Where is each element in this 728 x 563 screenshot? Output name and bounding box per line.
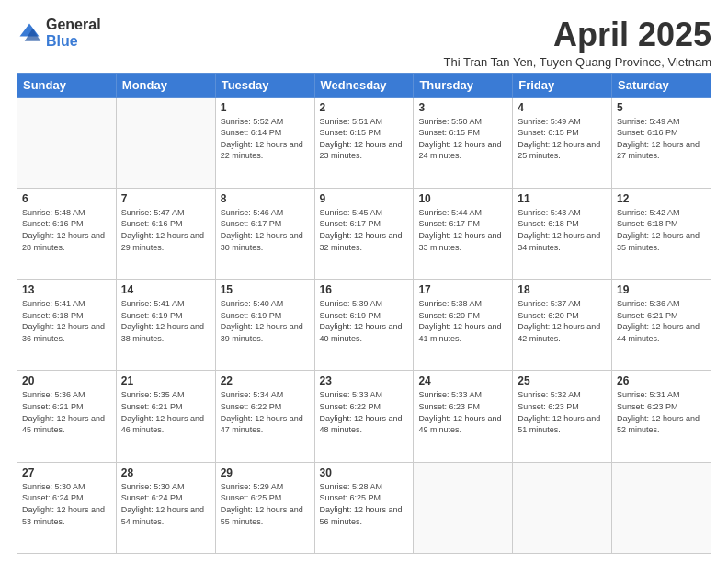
day-number: 28 — [121, 466, 210, 479]
col-friday: Friday — [513, 73, 612, 97]
day-number: 22 — [221, 374, 310, 387]
table-row: 12Sunrise: 5:42 AMSunset: 6:18 PMDayligh… — [612, 188, 711, 279]
day-number: 14 — [121, 283, 210, 296]
day-number: 26 — [617, 374, 706, 387]
day-number: 11 — [518, 192, 607, 205]
table-row: 5Sunrise: 5:49 AMSunset: 6:16 PMDaylight… — [612, 97, 711, 188]
day-info: Sunrise: 5:38 AMSunset: 6:20 PMDaylight:… — [418, 298, 507, 344]
calendar-week-row: 6Sunrise: 5:48 AMSunset: 6:16 PMDaylight… — [17, 188, 711, 279]
day-number: 12 — [617, 192, 706, 205]
day-info: Sunrise: 5:33 AMSunset: 6:22 PMDaylight:… — [320, 389, 409, 435]
table-row: 17Sunrise: 5:38 AMSunset: 6:20 PMDayligh… — [414, 280, 513, 371]
day-info: Sunrise: 5:30 AMSunset: 6:24 PMDaylight:… — [22, 481, 111, 527]
table-row: 23Sunrise: 5:33 AMSunset: 6:22 PMDayligh… — [314, 371, 414, 462]
calendar-header-row: Sunday Monday Tuesday Wednesday Thursday… — [17, 73, 711, 97]
day-info: Sunrise: 5:41 AMSunset: 6:18 PMDaylight:… — [22, 298, 111, 344]
day-number: 20 — [22, 374, 111, 387]
day-info: Sunrise: 5:35 AMSunset: 6:21 PMDaylight:… — [121, 389, 210, 435]
page: General Blue April 2025 Thi Tran Tan Yen… — [0, 0, 728, 563]
table-row: 22Sunrise: 5:34 AMSunset: 6:22 PMDayligh… — [215, 371, 314, 462]
title-block: April 2025 Thi Tran Tan Yen, Tuyen Quang… — [444, 17, 711, 69]
day-info: Sunrise: 5:33 AMSunset: 6:23 PMDaylight:… — [418, 389, 507, 435]
day-info: Sunrise: 5:51 AMSunset: 6:15 PMDaylight:… — [320, 116, 409, 162]
col-thursday: Thursday — [414, 73, 513, 97]
day-number: 6 — [22, 192, 111, 205]
col-saturday: Saturday — [612, 73, 711, 97]
table-row — [612, 462, 711, 553]
table-row: 9Sunrise: 5:45 AMSunset: 6:17 PMDaylight… — [314, 188, 414, 279]
logo: General Blue — [17, 17, 101, 49]
day-info: Sunrise: 5:41 AMSunset: 6:19 PMDaylight:… — [121, 298, 210, 344]
day-info: Sunrise: 5:48 AMSunset: 6:16 PMDaylight:… — [22, 207, 111, 253]
logo-text: General Blue — [46, 17, 101, 49]
subtitle: Thi Tran Tan Yen, Tuyen Quang Province, … — [444, 55, 711, 69]
table-row: 19Sunrise: 5:36 AMSunset: 6:21 PMDayligh… — [612, 280, 711, 371]
table-row — [17, 97, 117, 188]
day-number: 27 — [22, 466, 111, 479]
calendar-week-row: 13Sunrise: 5:41 AMSunset: 6:18 PMDayligh… — [17, 280, 711, 371]
day-info: Sunrise: 5:44 AMSunset: 6:17 PMDaylight:… — [418, 207, 507, 253]
day-info: Sunrise: 5:30 AMSunset: 6:24 PMDaylight:… — [121, 481, 210, 527]
table-row: 8Sunrise: 5:46 AMSunset: 6:17 PMDaylight… — [215, 188, 314, 279]
day-number: 25 — [518, 374, 607, 387]
calendar-week-row: 27Sunrise: 5:30 AMSunset: 6:24 PMDayligh… — [17, 462, 711, 553]
logo-general-text: General — [46, 17, 101, 33]
day-info: Sunrise: 5:43 AMSunset: 6:18 PMDaylight:… — [518, 207, 607, 253]
day-number: 8 — [221, 192, 310, 205]
table-row: 27Sunrise: 5:30 AMSunset: 6:24 PMDayligh… — [17, 462, 117, 553]
day-number: 16 — [320, 283, 409, 296]
table-row: 3Sunrise: 5:50 AMSunset: 6:15 PMDaylight… — [414, 97, 513, 188]
table-row: 25Sunrise: 5:32 AMSunset: 6:23 PMDayligh… — [513, 371, 612, 462]
table-row — [513, 462, 612, 553]
day-info: Sunrise: 5:37 AMSunset: 6:20 PMDaylight:… — [518, 298, 607, 344]
day-info: Sunrise: 5:32 AMSunset: 6:23 PMDaylight:… — [518, 389, 607, 435]
table-row: 2Sunrise: 5:51 AMSunset: 6:15 PMDaylight… — [314, 97, 414, 188]
day-number: 21 — [121, 374, 210, 387]
table-row: 29Sunrise: 5:29 AMSunset: 6:25 PMDayligh… — [215, 462, 314, 553]
day-info: Sunrise: 5:49 AMSunset: 6:16 PMDaylight:… — [617, 116, 706, 162]
col-tuesday: Tuesday — [215, 73, 314, 97]
day-info: Sunrise: 5:36 AMSunset: 6:21 PMDaylight:… — [22, 389, 111, 435]
table-row: 10Sunrise: 5:44 AMSunset: 6:17 PMDayligh… — [414, 188, 513, 279]
day-info: Sunrise: 5:46 AMSunset: 6:17 PMDaylight:… — [221, 207, 310, 253]
table-row: 11Sunrise: 5:43 AMSunset: 6:18 PMDayligh… — [513, 188, 612, 279]
day-info: Sunrise: 5:34 AMSunset: 6:22 PMDaylight:… — [221, 389, 310, 435]
table-row — [414, 462, 513, 553]
month-title: April 2025 — [444, 17, 711, 53]
day-number: 10 — [418, 192, 507, 205]
table-row: 16Sunrise: 5:39 AMSunset: 6:19 PMDayligh… — [314, 280, 414, 371]
day-info: Sunrise: 5:49 AMSunset: 6:15 PMDaylight:… — [518, 116, 607, 162]
day-info: Sunrise: 5:40 AMSunset: 6:19 PMDaylight:… — [221, 298, 310, 344]
day-info: Sunrise: 5:36 AMSunset: 6:21 PMDaylight:… — [617, 298, 706, 344]
day-number: 5 — [617, 101, 706, 114]
day-info: Sunrise: 5:50 AMSunset: 6:15 PMDaylight:… — [418, 116, 507, 162]
table-row: 26Sunrise: 5:31 AMSunset: 6:23 PMDayligh… — [612, 371, 711, 462]
day-number: 23 — [320, 374, 409, 387]
day-number: 13 — [22, 283, 111, 296]
day-number: 17 — [418, 283, 507, 296]
table-row: 7Sunrise: 5:47 AMSunset: 6:16 PMDaylight… — [116, 188, 215, 279]
day-info: Sunrise: 5:39 AMSunset: 6:19 PMDaylight:… — [320, 298, 409, 344]
day-number: 18 — [518, 283, 607, 296]
day-info: Sunrise: 5:47 AMSunset: 6:16 PMDaylight:… — [121, 207, 210, 253]
table-row: 28Sunrise: 5:30 AMSunset: 6:24 PMDayligh… — [116, 462, 215, 553]
table-row: 4Sunrise: 5:49 AMSunset: 6:15 PMDaylight… — [513, 97, 612, 188]
table-row: 6Sunrise: 5:48 AMSunset: 6:16 PMDaylight… — [17, 188, 117, 279]
day-number: 9 — [320, 192, 409, 205]
calendar-week-row: 1Sunrise: 5:52 AMSunset: 6:14 PMDaylight… — [17, 97, 711, 188]
col-monday: Monday — [116, 73, 215, 97]
day-number: 1 — [221, 101, 310, 114]
day-info: Sunrise: 5:31 AMSunset: 6:23 PMDaylight:… — [617, 389, 706, 435]
table-row: 24Sunrise: 5:33 AMSunset: 6:23 PMDayligh… — [414, 371, 513, 462]
table-row: 21Sunrise: 5:35 AMSunset: 6:21 PMDayligh… — [116, 371, 215, 462]
day-number: 2 — [320, 101, 409, 114]
day-number: 7 — [121, 192, 210, 205]
table-row: 15Sunrise: 5:40 AMSunset: 6:19 PMDayligh… — [215, 280, 314, 371]
day-number: 3 — [418, 101, 507, 114]
day-number: 30 — [320, 466, 409, 479]
day-info: Sunrise: 5:42 AMSunset: 6:18 PMDaylight:… — [617, 207, 706, 253]
day-number: 24 — [418, 374, 507, 387]
col-wednesday: Wednesday — [314, 73, 414, 97]
calendar: Sunday Monday Tuesday Wednesday Thursday… — [17, 73, 711, 554]
table-row: 18Sunrise: 5:37 AMSunset: 6:20 PMDayligh… — [513, 280, 612, 371]
